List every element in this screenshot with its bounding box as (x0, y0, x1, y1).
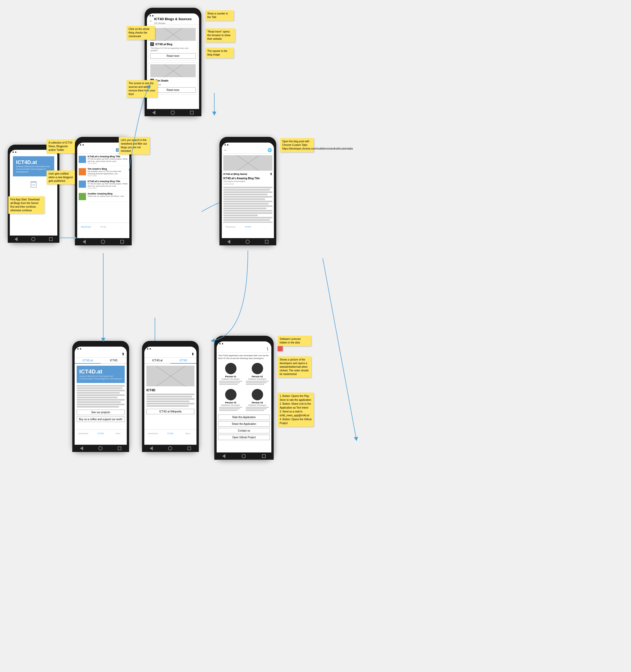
tab-ict4d[interactable]: ICT4D (101, 358, 127, 364)
person-avatar-2 (252, 363, 263, 374)
sticky-notify: User gets notified when a new blogpost g… (47, 170, 75, 185)
checkbox-1[interactable] (150, 42, 154, 46)
back-nav-5[interactable] (80, 446, 83, 450)
home-nav-2[interactable] (101, 240, 105, 244)
sticky-search: Let's you search in the newsfeed and fil… (119, 137, 150, 154)
person-name-4: Person #4 (246, 401, 269, 404)
btn-github[interactable]: Open Github Project (218, 435, 270, 440)
post-date: 12.06.2018 (223, 183, 272, 185)
nav-newsfeed[interactable]: NewsFeed (77, 226, 95, 228)
nav-newsfeed-5[interactable]: NewsFeed (75, 432, 92, 435)
btn-wikipedia[interactable]: ICT4D at Wikipedia (146, 409, 194, 414)
person-card-3[interactable]: Person #3 Database Developer (218, 388, 243, 412)
tab-ict4dat[interactable]: ICT4D.at (75, 358, 101, 364)
tab-ict4dat-6[interactable]: ICT4D.at (144, 358, 170, 364)
blog-date-3: 14.07.2018 (88, 187, 128, 189)
source-name-1: ICT4D.at Blog (155, 43, 172, 46)
blog-date-1: 14.07.2018 (88, 163, 128, 164)
phone-settings: ▲▲ ⋮ This FDSS Application was developed… (214, 336, 274, 460)
blog-color-4 (79, 193, 86, 200)
blog-item-1[interactable]: ICT4D.at's Amazing Blog Title ICT4D.at t… (77, 154, 129, 166)
nav-newsfeed-4[interactable]: NewsFeed (222, 226, 239, 228)
blog-item-4[interactable]: Another Amazing Blog There are so many m… (77, 191, 129, 202)
person-role-3: Database Developer (219, 404, 242, 406)
status-bar-5: ▲▲ (75, 346, 127, 351)
blog-color-2 (79, 168, 86, 175)
blog-desc-3: ICT4D.at takes up their newst project. W… (88, 183, 128, 187)
home-nav-5[interactable] (98, 446, 102, 450)
recent-nav-2[interactable] (120, 240, 124, 243)
recent-nav-6[interactable] (188, 447, 191, 450)
nav-newsfeed-6[interactable]: NewsFeed (144, 432, 162, 435)
back-nav-6[interactable] (150, 446, 153, 450)
recent-nav-7[interactable] (262, 454, 266, 458)
back-nav-4[interactable] (227, 240, 230, 244)
author-name: The Name of the Author (223, 180, 272, 183)
counter-text: 2/3 chosen (154, 22, 166, 25)
person-name-3: Person #3 (219, 401, 242, 404)
recent-nav-5[interactable] (118, 447, 121, 450)
nav-more-4[interactable]: ... (257, 226, 274, 228)
blog-item-3[interactable]: ICT4D.at's Amazing Blog Title ICT4D.at t… (77, 178, 129, 191)
person-role-1: Software Developer (219, 378, 242, 380)
nav-more-5[interactable]: More (110, 432, 127, 435)
blogs-sources-title: ICT4D Blogs & Sources 2/3 chosen (154, 17, 197, 25)
btn-coffee[interactable]: Buy us a coffee and support our work! (77, 416, 125, 422)
btn-rate-app[interactable]: Rate this Application (218, 414, 270, 420)
source-item-1[interactable]: ICT4D.at Blog The Blog of ICT4D.at regar… (148, 26, 197, 61)
phone-ict4d-about: ▲▲ ⬆ ICT4D.at ICT4D ICT4D.at Austrian Ne… (72, 341, 129, 452)
sticky-square: The square is the blog image (205, 48, 234, 58)
recent-nav-4[interactable] (265, 240, 268, 243)
globe-icon[interactable]: 🌐 (267, 148, 272, 152)
back-arrow-4[interactable]: ← (224, 148, 227, 152)
source-desc-1: The Blog of ICT4D.at regarding news and … (150, 47, 196, 52)
back-nav-7[interactable] (222, 454, 225, 458)
btn-see-projects[interactable]: See our projects (77, 410, 125, 415)
nav-more[interactable]: ... (112, 226, 129, 228)
splash-subtitle: Austrian Network for Information and Com… (16, 165, 51, 173)
nav-ict4d-4[interactable]: ICT4D (239, 226, 257, 228)
back-arrow-3[interactable]: ← (149, 19, 152, 23)
btn-contact[interactable]: Contact us (218, 428, 270, 433)
blog-item-2[interactable]: Tim Unwin's Blog My buddies form ICT4D.a… (77, 166, 129, 178)
nav-ict4d[interactable]: ICT4D (95, 226, 112, 228)
nav-more-6[interactable]: More (179, 432, 196, 435)
person-card-2[interactable]: Person #2 Software Developer (245, 362, 270, 386)
back-nav-2[interactable] (82, 240, 86, 244)
home-nav[interactable] (31, 237, 35, 241)
brand-block: ICT4D.at Austrian Network for Informatio… (77, 366, 125, 383)
person-card-4[interactable]: Person #4 Software Developer (245, 388, 270, 412)
home-nav-4[interactable] (245, 240, 250, 244)
loading-spinner: ⋯ (30, 182, 37, 188)
sticky-counter: Show a counter in the Title (205, 10, 234, 21)
blog-title-2: Tim Unwin's Blog (88, 168, 128, 170)
share-icon-6[interactable]: ⬆ (191, 352, 194, 356)
share-icon-5[interactable]: ⬆ (122, 352, 125, 356)
phone-blogs-sources: ▲▲ ← ICT4D Blogs & Sources 2/3 chosen IC… (145, 8, 201, 116)
sticky-licenses: Software Licences hidden in the dots (277, 336, 311, 346)
blog-img-1 (150, 28, 196, 41)
status-bar-7: ▲▲ (217, 341, 271, 345)
sticky-screen-source: The screen to see the sources and add or… (126, 80, 157, 98)
more-dots-icon[interactable]: ⋮ (266, 347, 269, 351)
person-card-1[interactable]: Person #1 Software Developer (218, 362, 243, 386)
share-icon[interactable]: ⬆ (270, 172, 272, 176)
recent-nav[interactable] (49, 237, 53, 241)
btn-share-app[interactable]: Share the Application (218, 421, 270, 427)
nav-ict4d-5[interactable]: ICT4D (92, 432, 109, 435)
sticky-splash-note: First App Start: Download all Blogs from… (8, 196, 44, 214)
sticky-readmore: "Read more" opens the browser to show th… (205, 28, 235, 42)
home-nav-6[interactable] (168, 446, 172, 450)
arrow-1-2 (60, 238, 75, 238)
back-nav-3[interactable] (152, 111, 155, 115)
tab-bar-6: ICT4D.at ICT4D (144, 358, 196, 364)
read-more-1[interactable]: Read more (150, 53, 196, 58)
back-nav[interactable] (15, 237, 18, 241)
tab-ict4d-6[interactable]: ICT4D (170, 358, 196, 364)
home-nav-7[interactable] (242, 454, 246, 458)
recent-nav-3[interactable] (190, 111, 194, 114)
nav-ict4d-6b[interactable]: ICT4D (162, 432, 179, 435)
svg-line-3 (323, 258, 356, 439)
home-nav-3[interactable] (171, 111, 175, 115)
status-bar-4: ▲▲ (222, 143, 274, 146)
